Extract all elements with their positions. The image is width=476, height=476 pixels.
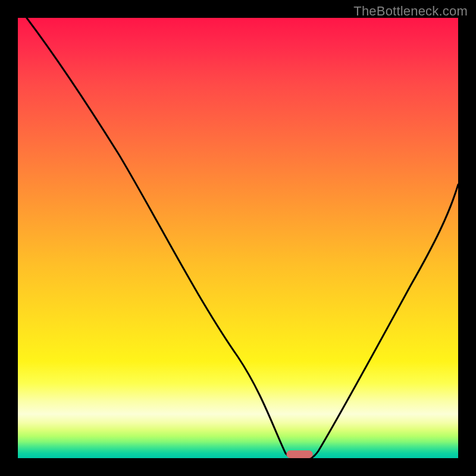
watermark-text: TheBottleneck.com bbox=[353, 4, 468, 19]
curve-right-branch bbox=[311, 184, 458, 458]
curve-left-branch bbox=[27, 18, 293, 458]
optimal-marker bbox=[286, 450, 312, 458]
plot-area bbox=[18, 18, 458, 458]
chart-frame: TheBottleneck.com bbox=[0, 0, 476, 476]
chart-overlay bbox=[18, 18, 458, 458]
